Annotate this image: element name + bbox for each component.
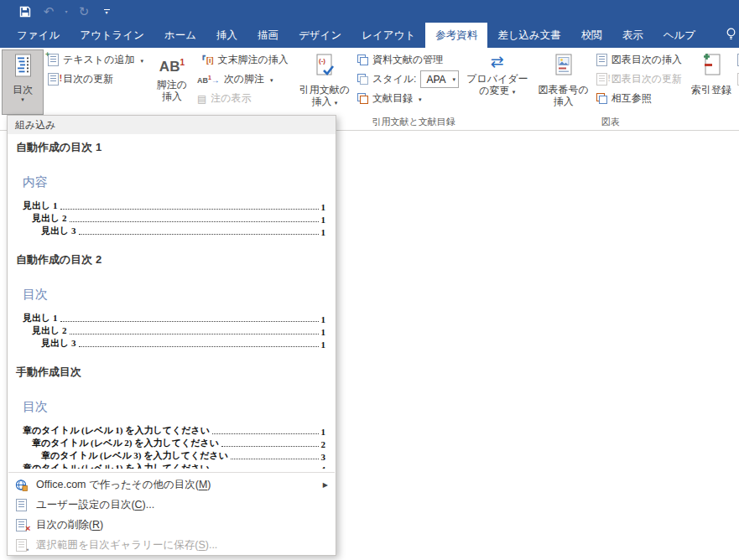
svg-text:(-): (-) [319, 57, 325, 65]
tab-review[interactable]: 校閲 [571, 23, 612, 48]
citation-style-select[interactable]: APA ▾ [420, 70, 459, 88]
save-icon[interactable] [15, 3, 35, 21]
menu-item-remove-toc[interactable]: × 目次の削除(R) [8, 515, 336, 535]
gallery-item-name: 自動作成の目次 2 [16, 252, 327, 267]
show-notes-icon: ▤ [197, 93, 206, 105]
toc-preview-rows: 見出し 11 見出し 21 見出し 31 [23, 200, 325, 237]
gallery-item-name: 手動作成目次 [16, 365, 327, 380]
office-com-globe-icon [14, 479, 28, 491]
change-provider-button[interactable]: ⇄ プロバイダーの変更 ▾ [464, 50, 530, 114]
bibliography-icon [357, 93, 368, 104]
cross-reference-button[interactable]: 相互参照 [592, 89, 686, 108]
update-table-of-figures-icon: ! [596, 73, 607, 86]
tab-outline[interactable]: アウトライン [70, 23, 154, 48]
tab-help[interactable]: ヘルプ [653, 23, 705, 48]
group-label-index: 索引 [690, 116, 739, 130]
tab-references[interactable]: 参考資料 [425, 23, 487, 48]
ribbon-group-index: 索引登録 索引の挿入 ! 索引の更新 索引 [688, 48, 739, 130]
builtin-gallery-header: 組み込み [8, 116, 336, 134]
toc-icon [13, 54, 33, 81]
footnote-ab1-icon: AB1 [159, 54, 185, 76]
next-footnote-icon: AB1→ [197, 74, 220, 86]
group-label-captions: 図表 [535, 116, 687, 130]
title-bar: ↶ ▾ ↻ ▾ [0, 0, 739, 23]
citation-style-row: スタイル: APA ▾ [353, 70, 463, 89]
toc-preview-rows: 見出し 11 見出し 21 見出し 31 [23, 313, 325, 350]
menu-item-custom-toc[interactable]: ユーザー設定の目次(C)... [8, 495, 336, 515]
undo-dropdown-icon: ▾ [62, 3, 70, 21]
tab-draw[interactable]: 描画 [247, 23, 289, 48]
toc-preview-heading: 目次 [23, 287, 327, 303]
insert-table-of-figures-icon [596, 54, 607, 66]
mark-index-entry-icon [700, 54, 722, 81]
customize-quick-access-icon[interactable]: ▾ [97, 3, 116, 21]
bibliography-button[interactable]: 文献目録 ▾ [353, 89, 463, 108]
add-text-icon: + [48, 54, 59, 66]
toc-dropdown-menu: 組み込み 自動作成の目次 1 内容 見出し 11 見出し 21 見出し 31 自… [7, 115, 336, 556]
combo-arrow-icon: ▾ [453, 76, 456, 83]
update-index-button: ! 索引の更新 [733, 70, 739, 89]
citation-style-icon [357, 74, 368, 85]
tab-insert[interactable]: 挿入 [206, 23, 247, 48]
insert-caption-button[interactable]: 図表番号の挿入 [536, 50, 591, 114]
insert-endnote-icon: 『[i] [197, 54, 214, 66]
add-text-button[interactable]: + テキストの追加 ▾ [44, 50, 148, 70]
tab-design[interactable]: デザイン [289, 23, 351, 48]
insert-caption-icon [554, 54, 574, 81]
insert-footnote-button[interactable]: AB1 脚注の挿入 [152, 50, 192, 114]
gallery-item-automatic-toc-1[interactable]: 自動作成の目次 1 内容 見出し 11 見出し 21 見出し 31 [8, 136, 336, 248]
toc-preview-rows: 章のタイトル (レベル 1) を入力してください1 章のタイトル (レベル 2)… [23, 425, 325, 469]
insert-table-of-figures-button[interactable]: 図表目次の挿入 [592, 50, 686, 70]
tab-file[interactable]: ファイル [7, 23, 70, 48]
custom-toc-icon [14, 499, 28, 511]
manage-sources-icon [357, 54, 368, 65]
submenu-arrow-icon: ▶ [323, 481, 328, 489]
insert-citation-button[interactable]: (-) 引用文献の挿入 ▾ [297, 50, 352, 114]
toc-gallery: 自動作成の目次 1 内容 見出し 11 見出し 21 見出し 31 自動作成の目… [8, 134, 336, 470]
next-footnote-button[interactable]: AB1→ 次の脚注 ▾ [193, 70, 293, 89]
ribbon-tab-bar: ファイル アウトライン ホーム 挿入 描画 デザイン レイアウト 参考資料 差し… [0, 23, 739, 48]
save-selection-icon: ▪ [14, 539, 28, 552]
remove-toc-icon: × [14, 519, 28, 531]
chevron-down-icon: ▾ [419, 97, 422, 102]
tell-me-search[interactable]: 何をしますか [717, 23, 739, 48]
toc-preview-heading: 内容 [23, 174, 327, 190]
chevron-down-icon: ▾ [140, 59, 143, 64]
lightbulb-icon [726, 28, 736, 43]
menu-item-save-selection-to-gallery: ▪ 選択範囲を目次ギャラリーに保存(S)... [8, 535, 336, 555]
undo-icon: ↶ [39, 3, 59, 21]
gallery-item-automatic-toc-2[interactable]: 自動作成の目次 2 目次 見出し 11 見出し 21 見出し 31 [8, 248, 336, 360]
chevron-down-icon: ▾ [21, 97, 24, 102]
mark-index-entry-button[interactable]: 索引登録 [690, 50, 732, 114]
chevron-down-icon: ▾ [270, 78, 273, 83]
insert-index-button[interactable]: 索引の挿入 [733, 50, 739, 70]
update-toc-button[interactable]: ! 目次の更新 [44, 70, 148, 89]
ribbon-group-captions: 図表番号の挿入 図表目次の挿入 ! 図表目次の更新 相互参照 図表 [533, 48, 689, 130]
swap-arrows-icon: ⇄ [491, 54, 504, 70]
manage-sources-button[interactable]: 資料文献の管理 [353, 50, 463, 70]
update-toc-icon: ! [48, 73, 59, 86]
redo-icon: ↻ [74, 3, 94, 21]
insert-citation-icon: (-) [315, 54, 335, 81]
tab-mailings[interactable]: 差し込み文書 [487, 23, 571, 48]
gallery-item-name: 自動作成の目次 1 [16, 140, 327, 155]
menu-item-more-toc-from-office[interactable]: Office.com で作ったその他の目次(M) ▶ [8, 474, 336, 495]
tab-view[interactable]: 表示 [612, 23, 653, 48]
table-of-contents-button[interactable]: 目次 ▾ [2, 49, 44, 115]
update-table-of-figures-button: ! 図表目次の更新 [592, 70, 686, 89]
show-notes-button: ▤ 注の表示 [193, 89, 293, 108]
insert-endnote-button[interactable]: 『[i] 文末脚注の挿入 [193, 50, 293, 70]
quick-access-toolbar: ↶ ▾ ↻ ▾ [15, 3, 116, 21]
cross-reference-icon [596, 93, 607, 104]
tab-layout[interactable]: レイアウト [351, 23, 425, 48]
tab-home[interactable]: ホーム [154, 23, 206, 48]
gallery-item-manual-toc[interactable]: 手動作成目次 目次 章のタイトル (レベル 1) を入力してください1 章のタイ… [8, 360, 336, 470]
menu-separator [8, 472, 335, 473]
toc-preview-heading: 目次 [23, 399, 327, 415]
